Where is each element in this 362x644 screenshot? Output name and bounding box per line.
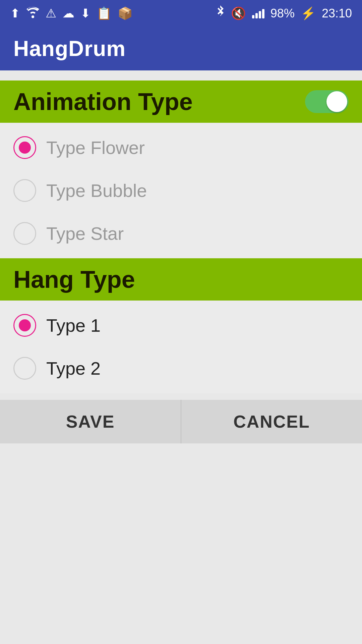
radio-option-star[interactable]: Type Star [0,212,362,255]
radio-label-bubble: Type Bubble [46,180,147,201]
cloud-icon: ☁ [62,6,74,20]
status-bar-left: ⬆ ⚠ ☁ ⬇ 📋 📦 [10,6,133,21]
battery-percent: 98% [270,6,295,20]
save-button[interactable]: SAVE [0,400,181,443]
wifi-icon [26,6,40,21]
radio-circle-type1 [13,314,36,337]
animation-type-title: Animation Type [13,88,193,115]
app-title: HangDrum [13,36,126,61]
status-bar: ⬆ ⚠ ☁ ⬇ 📋 📦 🔇 [0,0,362,27]
clipboard-icon: 📦 [118,6,133,20]
hang-type-title: Hang Type [13,266,135,293]
radio-inner-flower [19,142,31,154]
download-icon: ⬇ [80,6,90,20]
radio-option-bubble[interactable]: Type Bubble [0,169,362,212]
radio-label-star: Type Star [46,223,124,244]
animation-type-options: Type Flower Type Bubble Type Star [0,123,362,258]
mute-icon: 🔇 [231,6,246,20]
radio-circle-star [13,222,36,245]
animation-type-header: Animation Type [0,80,362,123]
bluetooth-icon [216,5,225,22]
toggle-thumb [326,91,347,112]
toggle-switch[interactable] [305,90,349,113]
radio-circle-bubble [13,179,36,202]
main-content: Animation Type Type Flower Type Bubble T… [0,70,362,443]
action-buttons: SAVE CANCEL [0,400,362,443]
radio-label-type1: Type 1 [46,315,101,336]
cancel-button[interactable]: CANCEL [181,400,362,443]
radio-inner-type1 [19,319,31,331]
upload-icon: ⬆ [10,6,20,20]
hang-type-options: Type 1 Type 2 [0,301,362,393]
radio-option-type2[interactable]: Type 2 [0,347,362,390]
battery-icon: ⚡ [301,6,316,20]
clock: 23:10 [322,6,352,20]
radio-circle-type2 [13,357,36,380]
radio-option-flower[interactable]: Type Flower [0,126,362,169]
radio-label-flower: Type Flower [46,137,145,158]
toggle-track [305,90,349,113]
radio-circle-flower [13,136,36,159]
status-bar-right: 🔇 98% ⚡ 23:10 [216,5,352,22]
hang-type-header: Hang Type [0,258,362,301]
doc-icon: 📋 [97,6,112,20]
app-bar: HangDrum [0,27,362,70]
signal-bars [252,8,264,18]
radio-option-type1[interactable]: Type 1 [0,304,362,347]
animation-type-toggle[interactable] [305,90,349,113]
radio-label-type2: Type 2 [46,358,101,379]
warning-icon: ⚠ [46,6,56,20]
